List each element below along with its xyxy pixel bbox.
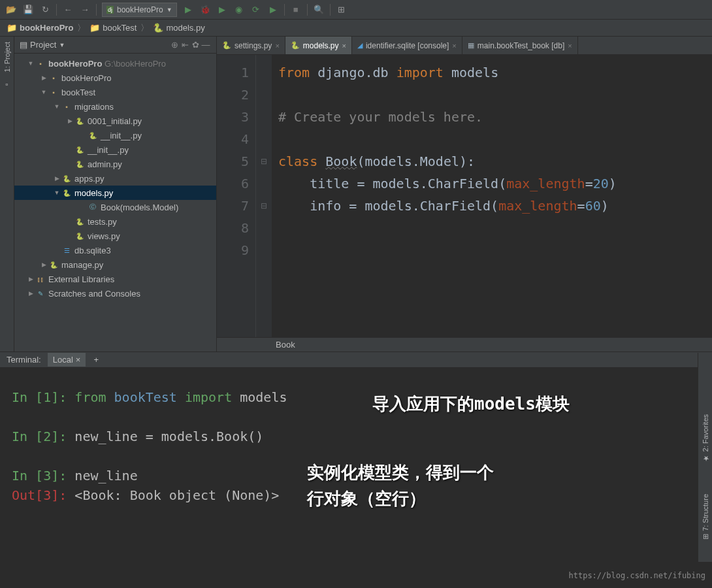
folder-icon[interactable]: ▫ bbox=[5, 80, 8, 89]
arrow-icon[interactable] bbox=[27, 290, 34, 297]
arrow-icon[interactable] bbox=[27, 60, 34, 67]
line-number: 2 bbox=[217, 84, 249, 106]
separator bbox=[56, 4, 57, 16]
separator bbox=[307, 4, 308, 16]
collapse-icon[interactable]: ⇤ bbox=[180, 40, 190, 50]
code-editor[interactable]: from django.db import models # Create yo… bbox=[272, 55, 712, 337]
close-icon[interactable]: × bbox=[342, 42, 346, 50]
structure-icon[interactable]: ⊞ bbox=[336, 4, 348, 16]
editor-tab[interactable]: ◢identifier.sqlite [console]× bbox=[352, 37, 462, 54]
open-icon[interactable]: 📂 bbox=[5, 4, 17, 16]
refresh-icon[interactable]: ↻ bbox=[39, 4, 51, 16]
arrow-icon[interactable] bbox=[40, 74, 47, 81]
tree-item[interactable]: 🐍tests.py bbox=[14, 214, 216, 229]
scratch-icon: ✎ bbox=[35, 288, 46, 299]
tree-item[interactable]: ▪bookHeroPro bbox=[14, 71, 216, 85]
tree-item[interactable]: ⒸBook(models.Model) bbox=[14, 200, 216, 214]
close-icon[interactable]: × bbox=[275, 42, 279, 50]
redo-icon[interactable]: → bbox=[79, 4, 91, 16]
editor-tab[interactable]: 🐍settings.py× bbox=[217, 37, 285, 54]
tree-item-label: External Libraries bbox=[48, 274, 114, 284]
tree-item[interactable]: 🐍apps.py bbox=[14, 171, 216, 186]
concurrent-icon[interactable]: ⟳ bbox=[250, 4, 262, 16]
terminal-body[interactable]: In [1]: from bookTest import models In [… bbox=[0, 368, 712, 588]
close-icon[interactable]: × bbox=[76, 355, 81, 365]
hide-icon[interactable]: — bbox=[201, 40, 211, 50]
search-icon[interactable]: 🔍 bbox=[313, 4, 325, 16]
tree-item[interactable]: 🐍models.py bbox=[14, 186, 216, 200]
breadcrumb-file-label: models.py bbox=[166, 23, 204, 33]
structure-tool-tab[interactable]: ⊞ 7: Structure bbox=[701, 491, 709, 542]
profile-icon[interactable]: ◉ bbox=[233, 4, 245, 16]
line-number: 1 bbox=[217, 61, 249, 84]
tree-item[interactable]: 🐍__init__.py bbox=[14, 128, 216, 142]
arrow-icon[interactable] bbox=[54, 189, 60, 196]
tree-item[interactable]: 🐍manage.py bbox=[14, 257, 216, 272]
close-icon[interactable]: × bbox=[452, 42, 456, 50]
locate-icon[interactable]: ⊕ bbox=[169, 40, 180, 50]
line-number: 4 bbox=[217, 128, 249, 150]
editor-tab[interactable]: ▦main.bookTest_book [db]× bbox=[462, 37, 578, 54]
tree-item[interactable]: 🐍views.py bbox=[14, 229, 216, 243]
python-icon: 🐍 bbox=[48, 259, 59, 270]
tree-item[interactable]: 🐍0001_initial.py bbox=[14, 114, 216, 128]
tree-item[interactable]: ▪bookTest bbox=[14, 85, 216, 99]
tree-item-label: models.py bbox=[74, 188, 113, 198]
terminal-line: In [1]: from bookTest import models bbox=[12, 387, 700, 407]
undo-icon[interactable]: ← bbox=[62, 4, 74, 16]
arrow-icon[interactable] bbox=[54, 103, 60, 110]
tree-item[interactable]: 🐍admin.py bbox=[14, 157, 216, 171]
coverage-icon[interactable]: ▶ bbox=[216, 4, 228, 16]
breadcrumb-file[interactable]: 🐍 models.py bbox=[153, 23, 204, 33]
watermark: https://blog.csdn.net/ifubing bbox=[568, 566, 705, 585]
run-icon[interactable]: ▶ bbox=[182, 4, 194, 16]
tree-item[interactable]: ▪migrations bbox=[14, 99, 216, 114]
python-icon: 🐍 bbox=[88, 130, 98, 140]
tree-item[interactable]: ☰db.sqlite3 bbox=[14, 243, 216, 257]
arrow-icon[interactable] bbox=[54, 175, 60, 182]
prompt-in: In [2]: bbox=[12, 429, 67, 444]
folder-icon: ▪ bbox=[35, 58, 46, 69]
terminal-panel: Terminal: Local × + In [1]: from bookTes… bbox=[0, 351, 712, 588]
tree-item[interactable]: ⫿⫿External Libraries bbox=[14, 272, 216, 286]
arrow-icon[interactable] bbox=[67, 118, 73, 124]
terminal-tab-bar: Terminal: Local × + bbox=[0, 352, 712, 368]
breadcrumb-project[interactable]: 📁 bookHeroPro bbox=[7, 23, 73, 33]
project-tree[interactable]: ▪ bookHeroPro G:\bookHeroPro ▪bookHeroPr… bbox=[14, 54, 216, 351]
database-icon: ◢ bbox=[357, 41, 363, 50]
tree-item[interactable]: ✎Scratches and Consoles bbox=[14, 286, 216, 301]
breadcrumb-folder[interactable]: 📁 bookTest bbox=[89, 23, 137, 33]
project-tool-tab[interactable]: 1: Project bbox=[3, 39, 11, 74]
annotation: 导入应用下的models模块 bbox=[372, 394, 570, 414]
line-number: 9 bbox=[217, 239, 249, 261]
django-icon: dj bbox=[106, 6, 114, 14]
line-number: 5 bbox=[217, 150, 249, 172]
run-config-selector[interactable]: dj bookHeroPro ▼ bbox=[102, 3, 177, 17]
tree-item-label: views.py bbox=[88, 231, 120, 241]
gear-icon[interactable]: ✿ bbox=[190, 40, 201, 50]
debug-icon[interactable]: 🐞 bbox=[199, 4, 211, 16]
terminal-line: In [2]: new_line = models.Book() bbox=[12, 427, 700, 446]
editor-breadcrumb[interactable]: Book bbox=[217, 337, 712, 351]
python-icon: 🐍 bbox=[222, 41, 231, 50]
arrow-icon[interactable] bbox=[40, 261, 47, 268]
tree-item[interactable]: 🐍__init__.py bbox=[14, 142, 216, 157]
arrow-icon[interactable] bbox=[40, 89, 47, 95]
table-icon: ▦ bbox=[468, 41, 474, 50]
terminal-add-tab[interactable]: + bbox=[88, 353, 104, 367]
chevron-down-icon[interactable]: ▼ bbox=[59, 42, 65, 48]
python-icon: 🐍 bbox=[74, 159, 85, 169]
tab-label: models.py bbox=[303, 41, 339, 50]
editor-tab[interactable]: 🐍models.py× bbox=[285, 37, 352, 54]
terminal-tab-local[interactable]: Local × bbox=[48, 353, 86, 367]
arrow-icon[interactable] bbox=[27, 276, 34, 282]
python-icon: 🐍 bbox=[61, 188, 72, 198]
attach-icon[interactable]: ▶ bbox=[267, 4, 279, 16]
stop-icon[interactable]: ■ bbox=[290, 4, 302, 16]
tree-root-path: G:\bookHeroPro bbox=[105, 59, 166, 69]
favorites-tool-tab[interactable]: ★ 2: Favorites bbox=[701, 412, 709, 465]
close-icon[interactable]: × bbox=[568, 42, 572, 50]
save-icon[interactable]: 💾 bbox=[22, 4, 34, 16]
tree-root[interactable]: ▪ bookHeroPro G:\bookHeroPro bbox=[14, 56, 216, 71]
separator bbox=[96, 4, 97, 16]
